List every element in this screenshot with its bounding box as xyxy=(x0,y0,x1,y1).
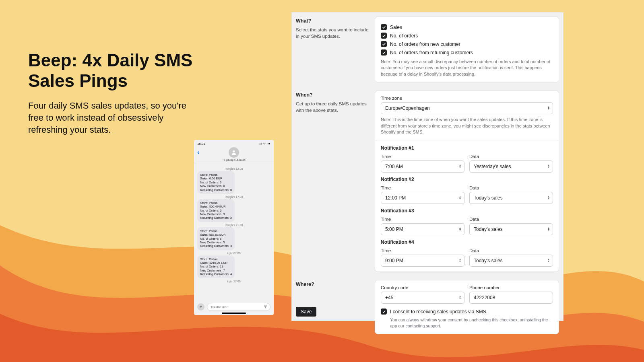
chevron-updown-icon: ▴▾ xyxy=(459,165,461,169)
section-what: What? Select the stats you want to inclu… xyxy=(292,12,563,86)
back-icon[interactable]: ‹ xyxy=(197,149,199,156)
time-divider: i forgårs 21.00 xyxy=(197,224,270,226)
phone-input[interactable]: 42222008 xyxy=(469,292,553,304)
consent-checkbox[interactable] xyxy=(381,309,387,315)
stat-label: No. of orders from returning customers xyxy=(390,50,473,56)
section-title: When? xyxy=(296,92,369,98)
status-time: 16.01 xyxy=(197,142,205,146)
chevron-updown-icon: ▴▾ xyxy=(459,259,461,263)
save-button[interactable]: Save xyxy=(296,307,316,317)
settings-panel: What? Select the stats you want to inclu… xyxy=(291,12,564,321)
phone-label: Phone number xyxy=(469,285,553,290)
attach-button[interactable]: + xyxy=(197,303,204,311)
notification-heading: Notification #3 xyxy=(381,208,553,214)
home-indicator xyxy=(222,313,246,314)
mic-icon[interactable]: 🎙 xyxy=(264,304,268,309)
data-label: Data xyxy=(469,185,553,190)
section-where: Where? Country code +45 ▴▾ Phone number … xyxy=(292,276,563,338)
avatar xyxy=(229,147,239,158)
data-select[interactable]: Today's sales▴▾ xyxy=(469,192,553,204)
message-thread: i forgårs 12.00Store: PatinaSales: 0.00 … xyxy=(194,164,274,301)
tz-label: Time zone xyxy=(381,96,553,101)
consent-sub: You can always withdraw your consent by … xyxy=(390,317,553,329)
section-help: Get up to three daily SMS updates with t… xyxy=(296,101,369,113)
chevron-updown-icon: ▴▾ xyxy=(548,106,549,110)
time-select[interactable]: 5:00 PM▴▾ xyxy=(381,223,464,235)
data-select[interactable]: Today's sales▴▾ xyxy=(469,223,553,235)
svg-point-1 xyxy=(233,150,235,152)
time-divider: i går 07.00 xyxy=(197,252,270,255)
section-title: Where? xyxy=(296,282,369,287)
stat-checkbox[interactable] xyxy=(381,33,387,39)
sms-bubble: Store: PatinaSales: 883.03 EURNo. of Ord… xyxy=(197,227,235,250)
chevron-updown-icon: ▴▾ xyxy=(548,259,549,263)
time-label: Time xyxy=(381,185,464,190)
time-label: Time xyxy=(381,248,464,253)
message-input[interactable]: Tekstbesked 🎙 xyxy=(207,303,270,311)
chevron-updown-icon: ▴▾ xyxy=(459,228,461,232)
data-label: Data xyxy=(469,248,553,253)
time-label: Time xyxy=(381,217,464,222)
time-label: Time xyxy=(381,154,464,159)
time-divider: i forgårs 17.00 xyxy=(197,195,270,198)
chevron-updown-icon: ▴▾ xyxy=(548,165,549,169)
stat-label: No. of orders from new customer xyxy=(390,41,460,47)
data-label: Data xyxy=(469,217,553,222)
time-divider: i går 12.00 xyxy=(197,280,270,283)
time-select[interactable]: 12:00 PM▴▾ xyxy=(381,192,464,204)
time-divider: i forgårs 12.00 xyxy=(197,167,270,170)
data-select[interactable]: Today's sales▴▾ xyxy=(469,255,553,267)
notification-heading: Notification #4 xyxy=(381,239,553,245)
section-help: Select the stats you want to include in … xyxy=(296,27,369,39)
stat-checkbox[interactable] xyxy=(381,41,387,47)
timezone-select[interactable]: Europe/Copenhagen ▴▾ xyxy=(381,102,553,114)
stat-label: No. of orders xyxy=(390,33,418,39)
tz-note: Note: This is the time zone of when you … xyxy=(381,117,553,135)
time-select[interactable]: 7:00 AM▴▾ xyxy=(381,160,464,173)
consent-label: I consent to receiving sales updates via… xyxy=(390,309,487,315)
sms-bubble: Store: PatinaSales: 1216.25 EURNo. of Or… xyxy=(197,255,235,278)
data-label: Data xyxy=(469,154,553,159)
chevron-updown-icon: ▴▾ xyxy=(459,296,461,300)
section-when: When? Get up to three daily SMS updates … xyxy=(292,86,563,276)
stat-checkbox[interactable] xyxy=(381,24,387,30)
country-code-select[interactable]: +45 ▴▾ xyxy=(381,292,464,304)
sms-bubble: Store: PatinaSales: 500.49 EURNo. of Ord… xyxy=(197,199,235,222)
chevron-updown-icon: ▴▾ xyxy=(459,196,461,200)
hero-title: Beep: 4x Daily SMS Sales Pings xyxy=(28,50,197,91)
chevron-updown-icon: ▴▾ xyxy=(548,228,549,232)
data-select[interactable]: Yesterday's sales▴▾ xyxy=(469,160,553,173)
stat-checkbox[interactable] xyxy=(381,49,387,56)
sms-bubble: Store: PatinaSales: 0.00 EURNo. of Order… xyxy=(197,171,235,194)
hero-block: Beep: 4x Daily SMS Sales Pings Four dail… xyxy=(28,50,197,136)
what-note: Note: You may see a small discrepancy be… xyxy=(381,59,553,77)
section-title: What? xyxy=(296,18,369,24)
chevron-updown-icon: ▴▾ xyxy=(548,196,549,200)
hero-subtitle: Four daily SMS sales updates, so you're … xyxy=(28,100,197,136)
notification-heading: Notification #2 xyxy=(381,177,553,182)
contact-number: +1 (888) 614-8845 xyxy=(194,158,274,161)
stat-label: Sales xyxy=(390,25,402,30)
phone-mockup: 16.01 ••ll ᯤ ▮▮ ‹ +1 (888) 614-8845 i fo… xyxy=(194,140,274,315)
cc-label: Country code xyxy=(381,285,464,290)
time-select[interactable]: 9:00 PM▴▾ xyxy=(381,255,464,267)
status-icons: ••ll ᯤ ▮▮ xyxy=(258,142,270,146)
notification-heading: Notification #1 xyxy=(381,145,553,151)
